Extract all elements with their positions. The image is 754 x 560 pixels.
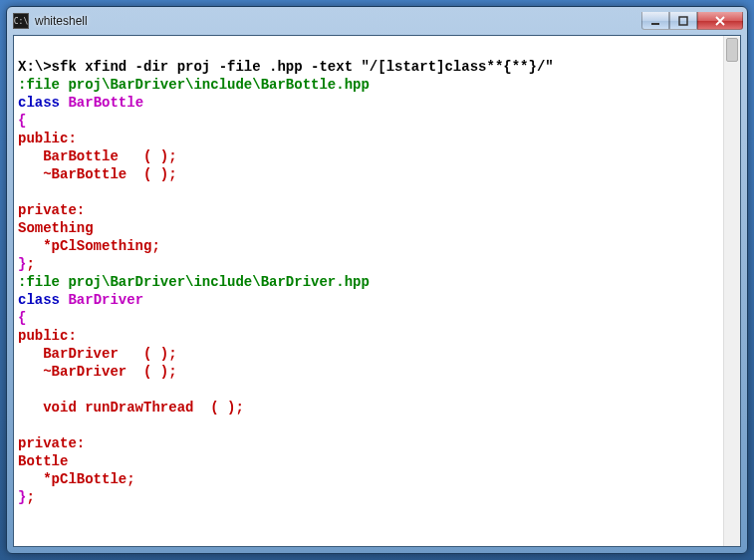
file-header: :file proj\BarDriver\include\BarDriver.h… (18, 274, 370, 290)
client-area: X:\>sfk xfind -dir proj -file .hpp -text… (13, 35, 741, 547)
code-token: public: (18, 328, 77, 344)
minimize-button[interactable] (641, 12, 669, 30)
code-token: ; (26, 489, 34, 505)
app-window: C:\ whiteshell X:\>sfk xfind -dir proj -… (6, 6, 748, 554)
file-header: :file proj\BarDriver\include\BarBottle.h… (18, 77, 370, 93)
code-token: *pClBottle; (18, 471, 135, 487)
console-output[interactable]: X:\>sfk xfind -dir proj -file .hpp -text… (14, 36, 723, 546)
maximize-button[interactable] (669, 12, 697, 30)
titlebar[interactable]: C:\ whiteshell (7, 7, 747, 35)
code-token: public: (18, 131, 77, 146)
code-token: private: (18, 202, 85, 218)
code-token: class (18, 292, 68, 308)
code-token: void runDrawThread ( ); (18, 400, 244, 416)
code-token: BarBottle (68, 95, 143, 111)
vertical-scrollbar[interactable] (723, 36, 740, 546)
window-title: whiteshell (35, 14, 641, 28)
code-token: *pClSomething; (18, 238, 160, 254)
code-token: ~BarBottle ( ); (18, 166, 177, 182)
code-token: class (18, 95, 68, 111)
code-token: Bottle (18, 453, 68, 469)
scrollbar-thumb[interactable] (726, 38, 738, 62)
code-token: BarDriver (68, 292, 143, 308)
close-button[interactable] (697, 12, 743, 30)
code-token: BarDriver ( ); (18, 346, 177, 362)
code-token: BarBottle ( ); (18, 148, 177, 164)
window-controls (641, 12, 743, 30)
prompt-line: X:\>sfk xfind -dir proj -file .hpp -text… (18, 59, 554, 75)
svg-rect-1 (679, 17, 687, 25)
code-token: { (18, 310, 26, 326)
code-token: Something (18, 220, 94, 236)
code-token: ~BarDriver ( ); (18, 364, 177, 380)
code-token: private: (18, 435, 85, 451)
svg-rect-0 (651, 23, 659, 25)
code-token: { (18, 113, 26, 129)
app-icon: C:\ (13, 13, 29, 29)
code-token: ; (26, 256, 34, 272)
